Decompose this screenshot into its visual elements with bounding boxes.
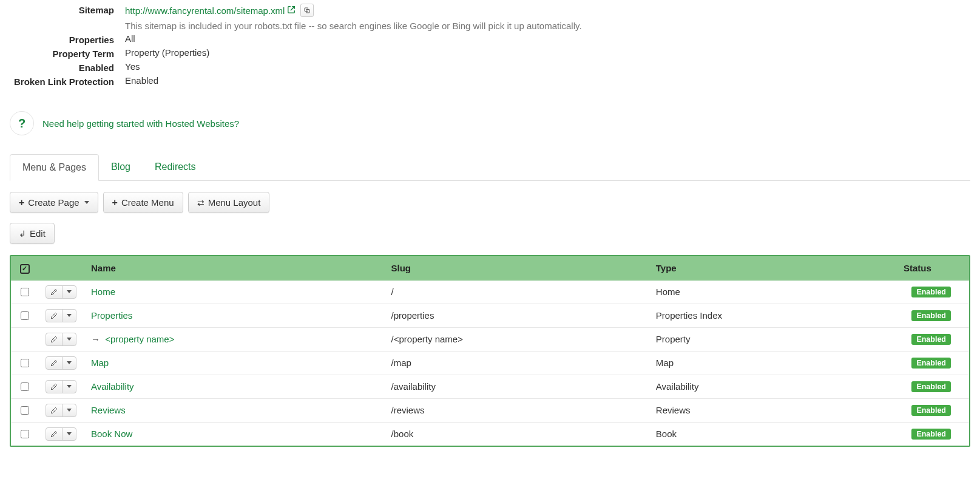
page-slug: /<property name> [384, 327, 649, 351]
sitemap-url-link[interactable]: http://www.fancyrental.com/sitemap.xml [125, 5, 285, 16]
row-edit-button[interactable] [46, 286, 63, 298]
row-edit-button[interactable] [46, 381, 63, 393]
create-menu-button[interactable]: + Create Menu [103, 192, 183, 213]
child-arrow-icon: → [91, 334, 103, 344]
row-checkbox[interactable] [21, 311, 29, 320]
page-name-link[interactable]: Properties [91, 310, 132, 321]
create-menu-label: Create Menu [121, 197, 174, 208]
row-dropdown-button[interactable] [63, 381, 76, 393]
page-type: Home [649, 280, 896, 304]
plus-icon: + [112, 198, 118, 208]
page-name-link[interactable]: Home [91, 287, 115, 297]
row-checkbox[interactable] [21, 406, 29, 415]
row-edit-button[interactable] [46, 428, 63, 440]
broken-link-protection-label: Broken Link Protection [10, 75, 125, 87]
help-link[interactable]: Need help getting started with Hosted We… [42, 118, 239, 129]
swap-icon: ⇄ [197, 198, 204, 208]
plus-icon: + [19, 198, 24, 208]
page-type: Book [649, 422, 896, 446]
row-edit-button[interactable] [46, 357, 63, 369]
create-page-button[interactable]: + Create Page [10, 192, 98, 213]
properties-value: All [125, 33, 970, 44]
tab-menu-pages[interactable]: Menu & Pages [10, 154, 99, 181]
row-actions [46, 404, 76, 417]
table-row: → <property name>/<property name>Propert… [11, 327, 969, 351]
row-actions [46, 285, 76, 299]
row-actions [46, 380, 76, 393]
row-checkbox[interactable] [21, 382, 29, 391]
page-name-link[interactable]: Map [91, 358, 109, 368]
property-term-value: Property (Properties) [125, 47, 970, 58]
menu-layout-label: Menu Layout [208, 197, 261, 208]
row-dropdown-button[interactable] [63, 404, 76, 416]
row-dropdown-button[interactable] [63, 310, 76, 322]
page-name-link[interactable]: <property name> [105, 334, 174, 344]
external-link-icon [287, 5, 296, 16]
tabs: Menu & Pages Blog Redirects [10, 154, 970, 181]
copy-sitemap-button[interactable] [300, 4, 314, 17]
page-slug: /book [384, 422, 649, 446]
row-edit-button[interactable] [46, 333, 63, 345]
sitemap-note: This sitemap is included in your robots.… [125, 21, 970, 31]
property-term-label: Property Term [10, 47, 125, 59]
status-badge: Enabled [911, 358, 951, 369]
caret-down-icon [84, 201, 89, 204]
status-badge: Enabled [911, 334, 951, 345]
page-slug: /map [384, 351, 649, 375]
row-checkbox[interactable] [21, 430, 29, 438]
page-slug: /availability [384, 375, 649, 398]
page-type: Map [649, 351, 896, 375]
enabled-value: Yes [125, 61, 970, 72]
status-badge: Enabled [911, 287, 951, 297]
row-dropdown-button[interactable] [63, 286, 76, 298]
help-icon: ? [10, 111, 34, 135]
edit-button[interactable]: ↲ Edit [10, 223, 55, 244]
table-row: Availability/availabilityAvailabilityEna… [11, 375, 969, 398]
page-type: Availability [649, 375, 896, 398]
table-row: Book Now/bookBookEnabled [11, 422, 969, 446]
caret-down-icon [67, 338, 72, 341]
row-actions [46, 333, 76, 346]
caret-down-icon [67, 314, 72, 317]
row-dropdown-button[interactable] [63, 428, 76, 440]
table-row: Map/mapMapEnabled [11, 351, 969, 375]
page-name-link[interactable]: Book Now [91, 429, 132, 439]
caret-down-icon [67, 432, 72, 435]
broken-link-protection-value: Enabled [125, 75, 970, 86]
row-checkbox[interactable] [21, 359, 29, 367]
table-row: Reviews/reviewsReviewsEnabled [11, 398, 969, 422]
page-name-link[interactable]: Availability [91, 381, 134, 392]
create-page-label: Create Page [28, 197, 79, 208]
tab-blog[interactable]: Blog [99, 154, 143, 181]
row-edit-button[interactable] [46, 310, 63, 322]
edit-label: Edit [30, 228, 46, 239]
enabled-label: Enabled [10, 61, 125, 73]
page-slug: / [384, 280, 649, 304]
caret-down-icon [67, 290, 72, 293]
page-type: Reviews [649, 398, 896, 422]
table-row: Properties/propertiesProperties IndexEna… [11, 304, 969, 327]
page-type: Properties Index [649, 304, 896, 327]
sitemap-label: Sitemap [10, 4, 125, 15]
caret-down-icon [67, 409, 72, 412]
row-edit-button[interactable] [46, 404, 63, 416]
page-name-link[interactable]: Reviews [91, 405, 126, 415]
column-header-type[interactable]: Type [649, 256, 896, 280]
tab-redirects[interactable]: Redirects [143, 154, 208, 181]
table-row: Home/HomeEnabled [11, 280, 969, 304]
page-slug: /reviews [384, 398, 649, 422]
row-dropdown-button[interactable] [63, 333, 76, 345]
page-slug: /properties [384, 304, 649, 327]
menu-layout-button[interactable]: ⇄ Menu Layout [188, 192, 270, 213]
column-header-slug[interactable]: Slug [384, 256, 649, 280]
column-header-name[interactable]: Name [84, 256, 384, 280]
select-all-checkbox[interactable] [20, 264, 30, 274]
row-checkbox[interactable] [21, 288, 29, 296]
status-badge: Enabled [911, 429, 951, 440]
column-header-status[interactable]: Status [896, 256, 969, 280]
row-dropdown-button[interactable] [63, 357, 76, 369]
row-actions [46, 427, 76, 441]
pages-table: Name Slug Type Status Home/HomeEnabledPr… [10, 255, 970, 447]
page-type: Property [649, 327, 896, 351]
status-badge: Enabled [911, 310, 951, 321]
